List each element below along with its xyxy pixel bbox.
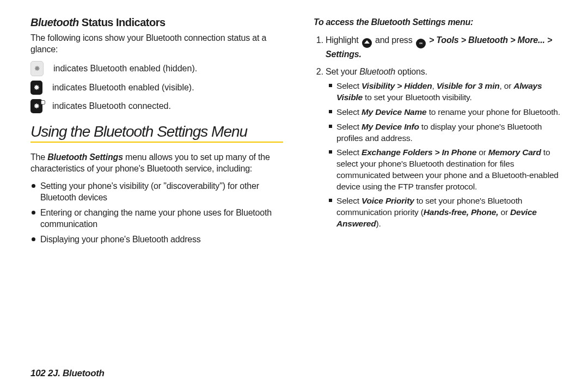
bluetooth-connected-icon: ⁕ [30,99,42,113]
procedure-lead: To access the Bluetooth Settings menu: [314,16,566,28]
page-footer: 102 2J. Bluetooth [30,364,566,379]
icon-desc: indicates Bluetooth enabled (visible). [52,83,194,93]
icon-row-connected: ⁕ indicates Bluetooth connected. [30,99,283,113]
list-item: Displaying your phone's Bluetooth addres… [30,234,283,245]
text: to rename your phone for Bluetooth. [427,107,560,117]
bold-term: Voice Priority [362,196,414,205]
text: , or [500,81,514,90]
bluetooth-icon-list: ⁕ indicates Bluetooth enabled (hidden). … [30,61,283,113]
text: Select [336,122,362,131]
list-item: Setting your phone's visibility (or "dis… [30,180,283,204]
step-1: Highlight and press OK > Tools > Bluetoo… [326,34,566,60]
text: to set your Bluetooth visibility. [363,93,472,102]
text: Select [336,81,362,90]
text: . [359,50,362,59]
text: Select [336,148,362,157]
menu-path: Bluetooth [468,35,508,45]
italic-term: Bluetooth [359,67,395,76]
bold-term: Visibility > Hidden [362,81,432,90]
icon-desc: indicates Bluetooth connected. [52,101,171,111]
bold-term: Bluetooth Settings [47,152,123,162]
bold-term: Hands-free, Phone, [424,207,499,217]
text: Highlight [326,35,361,45]
bluetooth-hidden-icon: ⁕ [30,61,44,76]
home-icon [362,38,372,48]
bold-term: My Device Info [362,122,419,131]
text: ). [376,219,381,228]
bold-term: Memory Card [488,148,541,157]
procedure-steps: Highlight and press OK > Tools > Bluetoo… [314,34,566,229]
list-item: Select Voice Priority to set your phone'… [328,195,566,229]
text: Select [336,196,362,205]
heading-italic-word: Bluetooth [30,16,79,28]
settings-intro: The Bluetooth Settings menu allows you t… [30,151,283,175]
text: or [498,207,510,217]
icon-row-visible: ⁕ indicates Bluetooth enabled (visible). [30,81,283,95]
bold-term: My Device Name [362,107,427,117]
section-heading: Using the Bluetooth Settings Menu [30,123,283,140]
yellow-rule [30,142,283,143]
text: Set your [326,67,359,76]
status-indicators-heading: Bluetooth Status Indicators [30,16,283,29]
text: , [432,81,437,90]
text: options. [395,67,427,76]
two-column-layout: Bluetooth Status Indicators The followin… [30,16,566,364]
icon-row-hidden: ⁕ indicates Bluetooth enabled (hidden). [30,61,283,76]
list-item: Select My Device Info to display your ph… [328,121,566,144]
manual-page: Bluetooth Status Indicators The followin… [0,0,588,392]
menu-ok-icon: OK [416,39,426,48]
bluetooth-visible-icon: ⁕ [30,81,42,95]
sep: > [429,35,436,45]
sep: > [545,35,552,45]
text: The [30,152,47,162]
status-intro-text: The following icons show your Bluetooth … [30,32,283,56]
options-sublist: Select Visibility > Hidden, Visible for … [326,81,566,229]
list-item: Select My Device Name to rename your pho… [328,107,566,118]
text: or [476,148,488,157]
menu-path: Tools [436,35,458,45]
menu-path: More... [518,35,545,45]
right-column: To access the Bluetooth Settings menu: H… [314,16,566,364]
bold-term: Visible for 3 min [437,81,500,90]
capability-list: Setting your phone's visibility (or "dis… [30,180,283,245]
sep: > [508,35,518,45]
heading-rest: Status Indicators [79,16,166,28]
step-2: Set your Bluetooth options. Select Visib… [326,66,566,230]
list-item: Select Visibility > Hidden, Visible for … [328,81,566,103]
text: and press [375,35,415,45]
sep: > [458,35,468,45]
left-column: Bluetooth Status Indicators The followin… [30,16,283,364]
text: Select [336,107,362,117]
list-item: Entering or changing the name your phone… [30,207,283,230]
icon-desc: indicates Bluetooth enabled (hidden). [53,64,197,74]
menu-path: Settings [326,50,359,59]
list-item: Select Exchange Folders > In Phone or Me… [328,147,566,192]
bold-term: Exchange Folders > In Phone [362,148,476,157]
